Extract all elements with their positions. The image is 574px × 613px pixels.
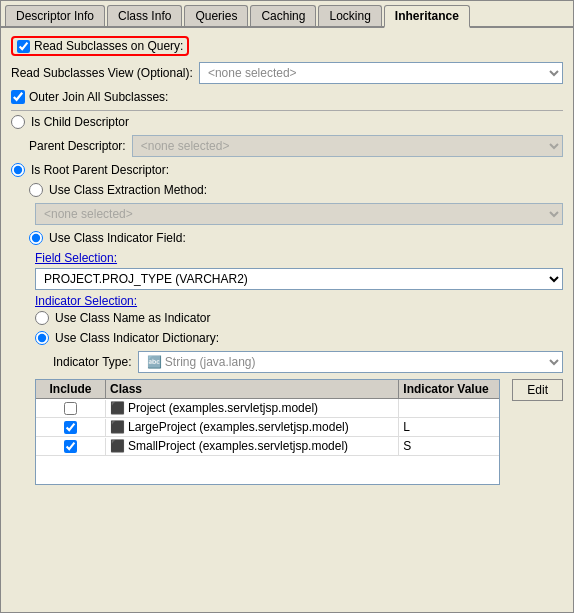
- read-subclasses-label: Read Subclasses on Query:: [34, 39, 183, 53]
- use-indicator-label: Use Class Indicator Field:: [49, 231, 186, 245]
- row3-class-icon: ⬛: [110, 439, 125, 453]
- read-subclasses-checkbox[interactable]: [17, 40, 30, 53]
- table-row: ⬛ SmallProject (examples.servletjsp.mode…: [36, 437, 499, 456]
- col-class-header: Class: [106, 380, 399, 398]
- read-subclasses-view-label: Read Subclasses View (Optional):: [11, 66, 193, 80]
- is-root-radio[interactable]: [11, 163, 25, 177]
- indicator-selection-label: Indicator Selection:: [35, 294, 563, 308]
- use-indicator-dict-radio[interactable]: [35, 331, 49, 345]
- is-child-label: Is Child Descriptor: [31, 115, 129, 129]
- row1-class-name: Project (examples.servletjsp.model): [128, 401, 318, 415]
- tab-caching[interactable]: Caching: [250, 5, 316, 26]
- use-class-name-label: Use Class Name as Indicator: [55, 311, 210, 325]
- indicator-type-label: Indicator Type:: [53, 355, 132, 369]
- row2-class-name: LargeProject (examples.servletjsp.model): [128, 420, 349, 434]
- use-extraction-radio[interactable]: [29, 183, 43, 197]
- row2-class-icon: ⬛: [110, 420, 125, 434]
- content-panel: Read Subclasses on Query: Read Subclasse…: [1, 28, 573, 612]
- indicator-type-select[interactable]: 🔤 String (java.lang): [138, 351, 564, 373]
- row3-include-checkbox[interactable]: [64, 440, 77, 453]
- table-row: ⬛ LargeProject (examples.servletjsp.mode…: [36, 418, 499, 437]
- col-indicator-header: Indicator Value: [399, 380, 499, 398]
- parent-descriptor-label: Parent Descriptor:: [29, 139, 126, 153]
- field-selection-label: Field Selection:: [35, 251, 563, 265]
- tab-inheritance[interactable]: Inheritance: [384, 5, 470, 28]
- table-row: ⬛ Project (examples.servletjsp.model): [36, 399, 499, 418]
- row1-class-icon: ⬛: [110, 401, 125, 415]
- indicator-table: Include Class Indicator Value ⬛ Project: [35, 379, 500, 485]
- outer-join-checkbox[interactable]: [11, 90, 25, 104]
- tab-locking[interactable]: Locking: [318, 5, 381, 26]
- table-header: Include Class Indicator Value: [36, 380, 499, 399]
- outer-join-label: Outer Join All Subclasses:: [29, 90, 168, 104]
- row3-indicator: S: [399, 437, 499, 455]
- is-child-radio[interactable]: [11, 115, 25, 129]
- extraction-method-select[interactable]: <none selected>: [35, 203, 563, 225]
- row1-indicator: [399, 406, 499, 410]
- use-extraction-label: Use Class Extraction Method:: [49, 183, 207, 197]
- tab-descriptor-info[interactable]: Descriptor Info: [5, 5, 105, 26]
- tab-bar: Descriptor Info Class Info Queries Cachi…: [1, 1, 573, 28]
- tab-queries[interactable]: Queries: [184, 5, 248, 26]
- use-indicator-radio[interactable]: [29, 231, 43, 245]
- row3-class-name: SmallProject (examples.servletjsp.model): [128, 439, 348, 453]
- is-root-label: Is Root Parent Descriptor:: [31, 163, 169, 177]
- row1-include-checkbox[interactable]: [64, 402, 77, 415]
- use-class-name-radio[interactable]: [35, 311, 49, 325]
- field-selection-select[interactable]: PROJECT.PROJ_TYPE (VARCHAR2): [35, 268, 563, 290]
- use-indicator-dict-label: Use Class Indicator Dictionary:: [55, 331, 219, 345]
- read-subclasses-view-select[interactable]: <none selected>: [199, 62, 563, 84]
- parent-descriptor-select[interactable]: <none selected>: [132, 135, 563, 157]
- col-include-header: Include: [36, 380, 106, 398]
- edit-button[interactable]: Edit: [512, 379, 563, 401]
- row2-indicator: L: [399, 418, 499, 436]
- row2-include-checkbox[interactable]: [64, 421, 77, 434]
- tab-class-info[interactable]: Class Info: [107, 5, 182, 26]
